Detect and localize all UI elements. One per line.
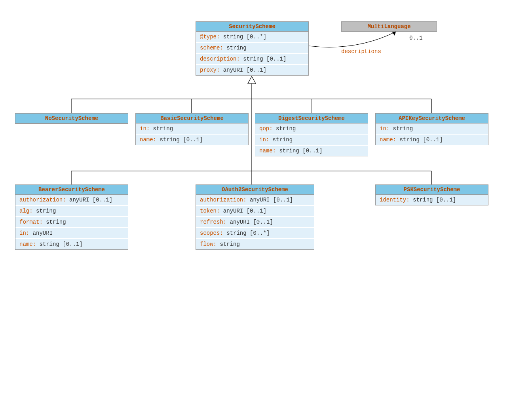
class-attr: format: string [15, 217, 128, 228]
class-no-security: NoSecurityScheme [15, 113, 128, 124]
class-basic-security: BasicSecurityScheme in: string name: str… [135, 113, 249, 145]
class-psk-security: PSKSecurityScheme identity: string [0..1… [375, 184, 488, 205]
cardinality-label: 0..1 [409, 35, 423, 41]
class-attr: description: string [0..1] [196, 54, 308, 65]
class-attr: in: string [136, 124, 248, 135]
class-security-scheme: SecurityScheme @type: string [0..*] sche… [196, 21, 309, 76]
class-title: PSKSecurityScheme [376, 185, 488, 195]
class-title: OAuth2SecurityScheme [196, 185, 314, 195]
class-attr: token: anyURI [0..1] [196, 206, 314, 217]
class-title: BearerSecurityScheme [15, 185, 128, 195]
class-attr: in: string [376, 124, 488, 135]
class-title: BasicSecurityScheme [136, 114, 248, 124]
class-bearer-security: BearerSecurityScheme authorization: anyU… [15, 184, 128, 250]
class-attr: name: string [0..1] [376, 135, 488, 145]
class-oauth2-security: OAuth2SecurityScheme authorization: anyU… [196, 184, 314, 250]
class-title: APIKeySecurityScheme [376, 114, 488, 124]
class-attr: authorization: anyURI [0..1] [15, 195, 128, 206]
class-attr: @type: string [0..*] [196, 32, 308, 43]
class-attr: refresh: anyURI [0..1] [196, 217, 314, 228]
svg-marker-0 [248, 76, 256, 84]
class-attr: in: anyURI [15, 228, 128, 239]
class-apikey-security: APIKeySecurityScheme in: string name: st… [375, 113, 488, 145]
class-title: SecurityScheme [196, 22, 308, 32]
class-attr: scopes: string [0..*] [196, 228, 314, 239]
class-attr: name: string [0..1] [15, 239, 128, 249]
class-attr: alg: string [15, 206, 128, 217]
class-attr: in: string [255, 135, 368, 146]
class-digest-security: DigestSecurityScheme qop: string in: str… [255, 113, 368, 156]
class-attr: qop: string [255, 124, 368, 135]
association-label: descriptions [341, 48, 381, 55]
class-attr: flow: string [196, 239, 314, 249]
class-attr: identity: string [0..1] [376, 195, 488, 205]
class-attr: authorization: anyURI [0..1] [196, 195, 314, 206]
class-attr: proxy: anyURI [0..1] [196, 65, 308, 75]
class-title: MultiLanguage [342, 22, 437, 31]
class-attr: name: string [0..1] [136, 135, 248, 145]
class-multi-language: MultiLanguage [341, 21, 437, 32]
class-attr: scheme: string [196, 43, 308, 54]
class-attr: name: string [0..1] [255, 146, 368, 156]
svg-marker-10 [392, 32, 396, 36]
class-title: NoSecurityScheme [15, 114, 128, 124]
class-title: DigestSecurityScheme [255, 114, 368, 124]
